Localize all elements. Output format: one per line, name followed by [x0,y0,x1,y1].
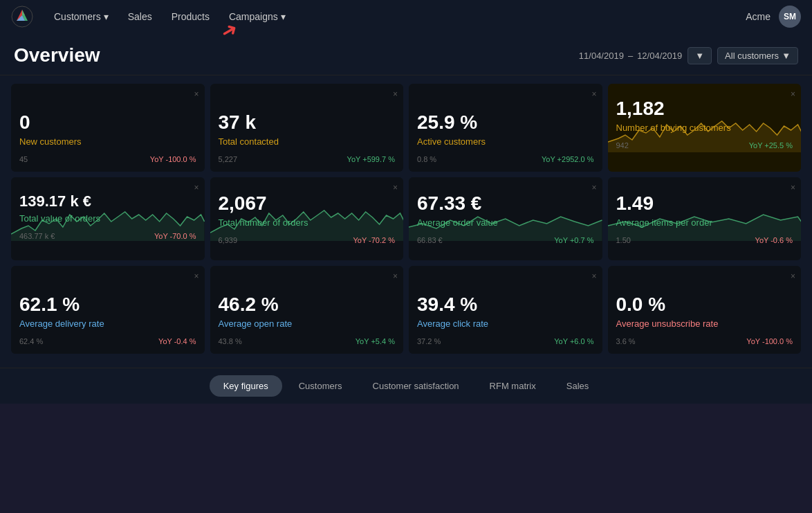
card-close-button[interactable]: × [393,183,398,192]
yoy-value: YoY +599.7 % [347,155,395,163]
date-separator: – [628,51,633,61]
prev-value: 6,939 [219,236,238,244]
company-name: Acme [746,11,771,22]
card-total-contacted: × 37 k Total contacted 5,227 YoY +599.7 … [210,84,404,172]
card-value: 46.2 % [219,294,396,316]
card-close-button[interactable]: × [791,183,795,192]
card-value: 139.17 k € [19,192,196,210]
card-total-orders: × 2,067 Total number of orders 6,939 YoY… [210,177,404,260]
card-close-button[interactable]: × [393,89,398,99]
chevron-down-icon: ▾ [281,11,286,22]
prev-value: 463.77 k € [19,232,55,240]
card-label: Total number of orders [219,217,396,228]
card-label: Average delivery rate [19,318,196,329]
card-footer: 62.4 % YoY -0.4 % [19,337,196,345]
card-label: Average click rate [417,318,594,329]
date-filter-button[interactable]: ▼ [688,47,712,64]
bottom-nav-key-figures[interactable]: Key figures [210,375,282,397]
chevron-down-icon: ▾ [104,11,109,22]
card-new-customers: × 0 New customers 45 YoY -100.0 % [11,84,205,172]
card-value: 37 k [219,111,396,134]
card-footer: 0.8 % YoY +2952.0 % [417,155,594,163]
date-filter-icon: ▼ [695,51,704,61]
date-start: 11/04/2019 [579,51,624,61]
card-footer: 1.50 YoY -0.6 % [616,236,793,244]
prev-value: 3.6 % [616,337,636,345]
card-label: New customers [19,136,196,147]
nav-sales[interactable]: Sales [118,0,162,33]
prev-value: 37.2 % [417,337,441,345]
card-footer: 942 YoY +25.5 % [616,141,793,150]
date-end: 12/04/2019 [637,51,682,61]
card-footer: 3.6 % YoY -100.0 % [616,337,793,345]
yoy-value: YoY -0.4 % [158,337,196,345]
card-unsubscribe-rate: × 0.0 % Average unsubscribe rate 3.6 % Y… [608,266,802,354]
prev-value: 45 [19,155,28,163]
bottom-nav-customer-satisfaction[interactable]: Customer satisfaction [359,375,473,397]
card-value: 67.33 € [417,192,594,215]
card-footer: 45 YoY -100.0 % [19,155,196,163]
card-value: 25.9 % [417,111,594,134]
prev-value: 0.8 % [417,155,436,163]
card-value: 1,182 [616,98,793,120]
card-close-button[interactable]: × [591,183,596,192]
user-avatar[interactable]: SM [779,6,801,28]
customer-filter-button[interactable]: All customers ▼ [717,47,798,64]
app-logo[interactable] [11,6,33,28]
card-footer: 43.8 % YoY +5.4 % [219,337,396,345]
yoy-value: YoY +2952.0 % [542,155,594,163]
card-footer: 5,227 YoY +599.7 % [219,155,396,163]
card-footer: 463.77 k € YoY -70.0 % [19,232,196,240]
yoy-value: YoY -70.2 % [353,236,395,244]
card-value: 0.0 % [616,294,793,316]
card-label: Total contacted [219,136,396,147]
header-controls: 11/04/2019 – 12/04/2019 ▼ All customers … [579,47,798,64]
card-label: Average open rate [219,318,396,329]
card-label: Average order value [417,217,594,228]
yoy-value: YoY +5.4 % [356,337,395,345]
cards-row-2: × 139.17 k € Total value of orders 463.7… [11,177,801,260]
card-avg-order-value: × 67.33 € Average order value 66.83 € Yo… [409,177,602,260]
card-close-button[interactable]: × [791,271,795,281]
card-label: Average unsubscribe rate [616,318,793,329]
prev-value: 5,227 [219,155,238,163]
yoy-value: YoY -0.6 % [755,236,793,244]
yoy-value: YoY -100.0 % [746,337,793,345]
nav-products[interactable]: Products [162,0,219,33]
card-value: 62.1 % [19,294,196,316]
card-active-customers: × 25.9 % Active customers 0.8 % YoY +295… [409,84,602,172]
bottom-nav-customers[interactable]: Customers [285,375,356,397]
card-click-rate: × 39.4 % Average click rate 37.2 % YoY +… [409,266,602,354]
card-open-rate: × 46.2 % Average open rate 43.8 % YoY +5… [210,266,404,354]
card-label: Average items per order [616,217,793,228]
prev-value: 62.4 % [19,337,43,345]
card-total-value-orders: × 139.17 k € Total value of orders 463.7… [11,177,205,260]
page-header: Overview 11/04/2019 – 12/04/2019 ▼ All c… [0,33,812,75]
card-footer: 37.2 % YoY +6.0 % [417,337,594,345]
nav-campaigns[interactable]: Campaigns ▾ [219,0,295,33]
card-close-button[interactable]: × [591,271,596,281]
yoy-value: YoY +6.0 % [554,337,593,345]
yoy-value: YoY -70.0 % [154,232,196,240]
card-close-button[interactable]: × [194,183,199,192]
card-close-button[interactable]: × [591,89,596,99]
card-avg-items-order: × 1.49 Average items per order 1.50 YoY … [608,177,802,260]
bottom-nav-rfm-matrix[interactable]: RFM matrix [476,375,550,397]
prev-value: 1.50 [616,236,631,244]
bottom-nav-sales[interactable]: Sales [553,375,603,397]
card-delivery-rate: × 62.1 % Average delivery rate 62.4 % Yo… [11,266,205,354]
card-value: 39.4 % [417,294,594,316]
prev-value: 66.83 € [417,236,443,244]
prev-value: 43.8 % [219,337,242,345]
prev-value: 942 [616,141,629,150]
card-footer: 6,939 YoY -70.2 % [219,236,396,244]
date-range: 11/04/2019 – 12/04/2019 [579,51,682,61]
nav-customers[interactable]: Customers ▾ [44,0,118,33]
card-label: Number of buying customers [616,123,793,133]
card-value: 1.49 [616,192,793,215]
card-buying-customers: × 1,182 Number of buying customers 942 Y… [608,84,802,172]
card-value: 2,067 [219,192,396,215]
card-close-button[interactable]: × [194,271,199,281]
card-close-button[interactable]: × [194,89,199,99]
card-close-button[interactable]: × [393,271,398,281]
